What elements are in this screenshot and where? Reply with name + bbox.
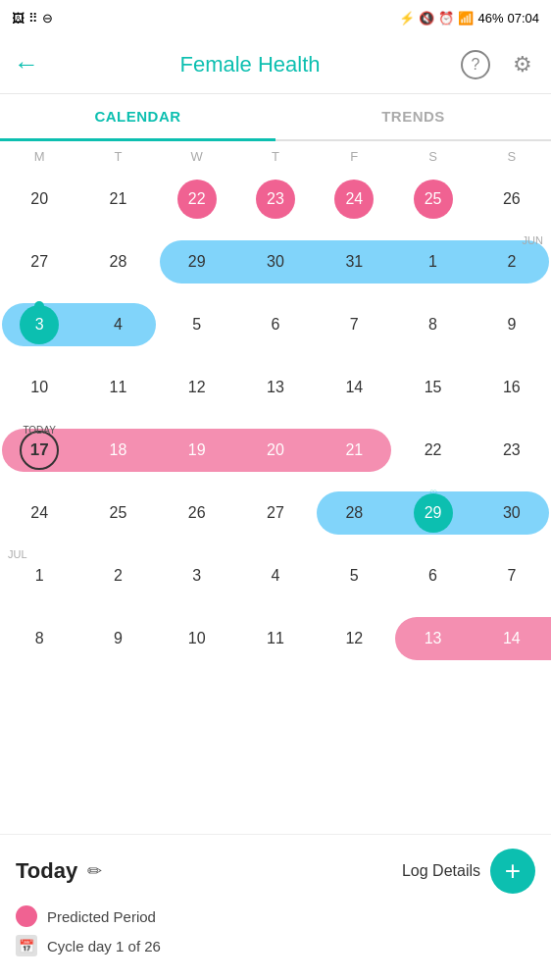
day-21[interactable]: 21 (78, 168, 157, 231)
image-icon: 🖼 (12, 11, 25, 26)
jun-label: JUN (523, 234, 543, 246)
bluetooth-icon: ⚡ (399, 11, 415, 26)
day-18[interactable]: 18 (78, 419, 157, 482)
day-15[interactable]: 15 (393, 356, 472, 419)
settings-button[interactable]: ⚙ (508, 50, 537, 79)
help-button[interactable]: ? (461, 50, 490, 79)
day-4[interactable]: 4 (78, 293, 157, 356)
day-11[interactable]: 11 (78, 356, 157, 419)
today-row: Today ✏ Log Details + (16, 849, 535, 894)
calendar-icon: 📅 (16, 935, 37, 956)
predicted-period-label: Predicted Period (47, 908, 156, 925)
day-8[interactable]: 8 (393, 293, 472, 356)
day-26b[interactable]: 26 (158, 482, 236, 544)
day-headers: M T W T F S S (0, 141, 551, 168)
day-31[interactable]: 31 (315, 231, 393, 293)
back-button[interactable]: ← (14, 49, 39, 79)
day-3[interactable]: ♡ 3 (0, 293, 78, 356)
day-20[interactable]: 20 (0, 168, 78, 231)
day-21b[interactable]: 21 (315, 419, 393, 482)
day-25[interactable]: 25 (393, 168, 472, 231)
day-16[interactable]: 16 (473, 356, 551, 419)
time-label: 07:04 (507, 11, 539, 26)
today-label: TODAY (23, 425, 56, 436)
log-details-section: Log Details + (402, 849, 535, 894)
calendar-grid: 20 21 22 23 24 25 26 JUN 27 28 29 30 31 … (0, 168, 551, 670)
day-jul-2[interactable]: 2 (78, 544, 157, 607)
day-header-s2: S (473, 149, 551, 164)
log-details-label: Log Details (402, 862, 480, 880)
day-27b[interactable]: 27 (236, 482, 315, 544)
day-jul-4[interactable]: 4 (236, 544, 315, 607)
day-jul-14[interactable]: 14 (473, 607, 551, 670)
day-jul-5[interactable]: 5 (315, 544, 393, 607)
add-log-button[interactable]: + (490, 849, 535, 894)
day-jul-7[interactable]: 7 (473, 544, 551, 607)
header-actions: ? ⚙ (461, 50, 537, 79)
edit-button[interactable]: ✏ (87, 860, 102, 882)
day-jun-1[interactable]: 1 (393, 231, 472, 293)
day-jul-10[interactable]: 10 (158, 607, 236, 670)
day-header-f: F (315, 149, 393, 164)
cycle-day-label: Cycle day 1 of 26 (47, 938, 161, 954)
day-7[interactable]: 7 (315, 293, 393, 356)
week-row-6: 24 25 26 27 28 ♡ 29 30 (0, 482, 551, 544)
plus-icon: + (505, 855, 521, 887)
day-13[interactable]: 13 (236, 356, 315, 419)
day-25b[interactable]: 25 (78, 482, 157, 544)
day-30[interactable]: 30 (236, 231, 315, 293)
day-14[interactable]: 14 (315, 356, 393, 419)
signal-icon: ⠿ (28, 11, 38, 26)
day-23[interactable]: 23 (236, 168, 315, 231)
day-jul-13[interactable]: 13 (393, 607, 472, 670)
day-jul-3[interactable]: 3 (158, 544, 236, 607)
day-29[interactable]: 29 (158, 231, 236, 293)
day-9[interactable]: 9 (473, 293, 551, 356)
day-28[interactable]: 28 (78, 231, 157, 293)
day-22[interactable]: 22 (158, 168, 236, 231)
mute-icon: 🔇 (419, 11, 434, 26)
day-23b[interactable]: 23 (473, 419, 551, 482)
status-left-icons: 🖼 ⠿ ⊖ (12, 11, 53, 26)
status-right-icons: ⚡ 🔇 ⏰ 📶 46% 07:04 (399, 11, 539, 26)
day-jul-11[interactable]: 11 (236, 607, 315, 670)
day-30b[interactable]: 30 (473, 482, 551, 544)
day-27[interactable]: 27 (0, 231, 78, 293)
week-row-1: 20 21 22 23 24 25 26 (0, 168, 551, 231)
legend-cycle-day: 📅 Cycle day 1 of 26 (16, 935, 535, 956)
day-26[interactable]: 26 (473, 168, 551, 231)
day-jul-6[interactable]: 6 (393, 544, 472, 607)
day-17-today[interactable]: TODAY 17 (0, 419, 78, 482)
tab-trends[interactable]: TRENDS (276, 94, 551, 139)
day-10[interactable]: 10 (0, 356, 78, 419)
week-row-2: JUN 27 28 29 30 31 1 2 (0, 231, 551, 293)
alarm-icon: ⏰ (438, 11, 454, 26)
day-22b[interactable]: 22 (393, 419, 472, 482)
tab-calendar[interactable]: CALENDAR (0, 94, 276, 141)
day-jul-9[interactable]: 9 (78, 607, 157, 670)
day-24[interactable]: 24 (315, 168, 393, 231)
day-29[interactable]: ♡ 29 (393, 482, 472, 544)
day-24[interactable]: 24 (0, 482, 78, 544)
day-header-t1: T (78, 149, 157, 164)
legend-predicted-period: Predicted Period (16, 905, 535, 927)
day-12[interactable]: 12 (158, 356, 236, 419)
day-header-m: M (0, 149, 78, 164)
jul-label: JUL (8, 548, 27, 560)
week-row-8: 8 9 10 11 12 13 14 (0, 607, 551, 670)
day-jul-12[interactable]: 12 (315, 607, 393, 670)
page-title: Female Health (39, 52, 461, 77)
bottom-panel: Today ✏ Log Details + Predicted Period 📅… (0, 834, 551, 980)
week-row-5: TODAY 17 18 19 20 21 22 23 (0, 419, 551, 482)
day-6[interactable]: 6 (236, 293, 315, 356)
day-header-t2: T (236, 149, 315, 164)
day-20b[interactable]: 20 (236, 419, 315, 482)
day-header-s1: S (393, 149, 472, 164)
week-row-3: ♡ 3 4 5 6 7 8 9 (0, 293, 551, 356)
do-not-disturb-icon: ⊖ (42, 11, 53, 26)
day-jul-8[interactable]: 8 (0, 607, 78, 670)
wifi-icon: 📶 (458, 11, 474, 26)
day-28[interactable]: 28 (315, 482, 393, 544)
day-19[interactable]: 19 (158, 419, 236, 482)
day-5[interactable]: 5 (158, 293, 236, 356)
